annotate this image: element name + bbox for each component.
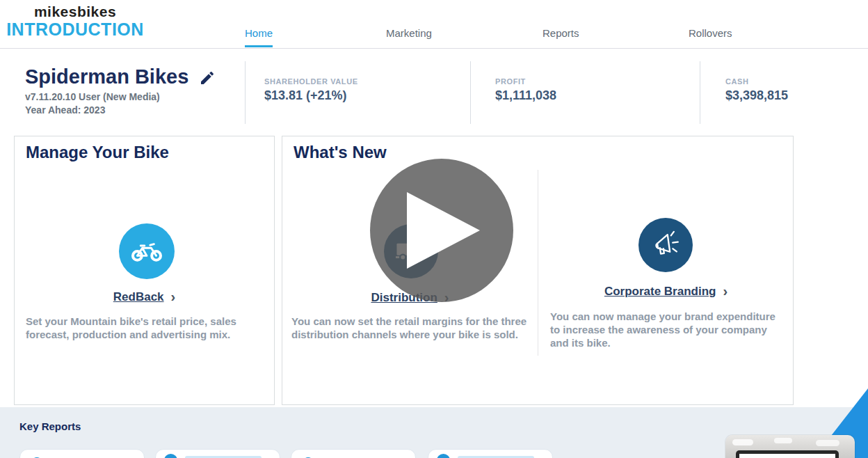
- tab-home[interactable]: Home: [245, 27, 273, 47]
- report-card[interactable]: [155, 449, 280, 458]
- report-card[interactable]: [291, 449, 416, 458]
- top-navigation-bar: mikesbikes INTRODUCTION Home Marketing R…: [0, 0, 868, 49]
- photo-highlight: [816, 440, 839, 446]
- stat-value: $3,398,815: [725, 88, 788, 103]
- year-ahead-text: Year Ahead: 2023: [25, 104, 105, 116]
- video-play-button[interactable]: [370, 159, 513, 302]
- report-icon: [164, 454, 177, 458]
- divider: [538, 170, 538, 356]
- stat-cash: CASH $3,398,815: [725, 77, 788, 103]
- megaphone-icon[interactable]: [638, 218, 693, 272]
- play-icon: [407, 192, 480, 269]
- stat-label: SHAREHOLDER VALUE: [264, 77, 358, 86]
- stat-label: CASH: [725, 77, 788, 86]
- stat-label: PROFIT: [495, 77, 556, 86]
- report-card[interactable]: [19, 449, 145, 458]
- stat-shareholder-value: SHAREHOLDER VALUE $13.81 (+21%): [264, 77, 358, 103]
- edit-pencil-icon[interactable]: [199, 70, 216, 86]
- manage-your-bike-card: Manage Your Bike RedBack Set your Mounta…: [14, 136, 275, 405]
- company-name-title: Spiderman Bikes: [25, 65, 188, 88]
- corporate-branding-link-row[interactable]: Corporate Branding: [538, 283, 794, 299]
- redback-link[interactable]: RedBack: [113, 290, 164, 303]
- monitor-in-photo: [736, 450, 839, 458]
- divider: [245, 61, 246, 124]
- tab-reports[interactable]: Reports: [542, 27, 579, 45]
- report-card[interactable]: [428, 449, 553, 458]
- stat-value: $1,111,038: [495, 88, 556, 103]
- divider: [470, 61, 471, 124]
- divider: [700, 61, 700, 124]
- monitor-screen: [739, 454, 835, 458]
- corporate-branding-link[interactable]: Corporate Branding: [604, 285, 716, 298]
- bike-icon[interactable]: [119, 223, 175, 279]
- manage-bike-description: Set your Mountain bike's retail price, s…: [26, 315, 269, 341]
- tab-rollovers[interactable]: Rollovers: [689, 27, 732, 45]
- distribution-description: You can now set the retail margins for t…: [291, 315, 533, 341]
- card-title: What's New: [294, 143, 387, 162]
- redback-link-row[interactable]: RedBack: [15, 289, 274, 305]
- report-icon: [437, 454, 450, 458]
- chevron-right-icon: [723, 283, 728, 299]
- laptop-photo: [725, 435, 855, 458]
- logo-mikesbikes: mikesbikes: [6, 4, 145, 19]
- card-title: Manage Your Bike: [26, 143, 169, 162]
- logo-introduction: INTRODUCTION: [6, 20, 145, 38]
- chevron-right-icon: [171, 289, 176, 305]
- stat-profit: PROFIT $1,111,038: [495, 77, 556, 103]
- photo-highlight: [732, 439, 753, 445]
- version-user-text: v7.11.20.10 User (New Media): [25, 91, 160, 102]
- key-reports-title: Key Reports: [19, 420, 81, 432]
- whats-new-card: What's New Distribution You can now set …: [282, 136, 794, 405]
- corporate-branding-description: You can now manage your brand expenditur…: [550, 310, 780, 349]
- stat-value: $13.81 (+21%): [264, 88, 358, 103]
- app-logo: mikesbikes INTRODUCTION: [6, 4, 145, 38]
- tab-marketing[interactable]: Marketing: [386, 27, 432, 45]
- photo-highlight: [774, 438, 792, 443]
